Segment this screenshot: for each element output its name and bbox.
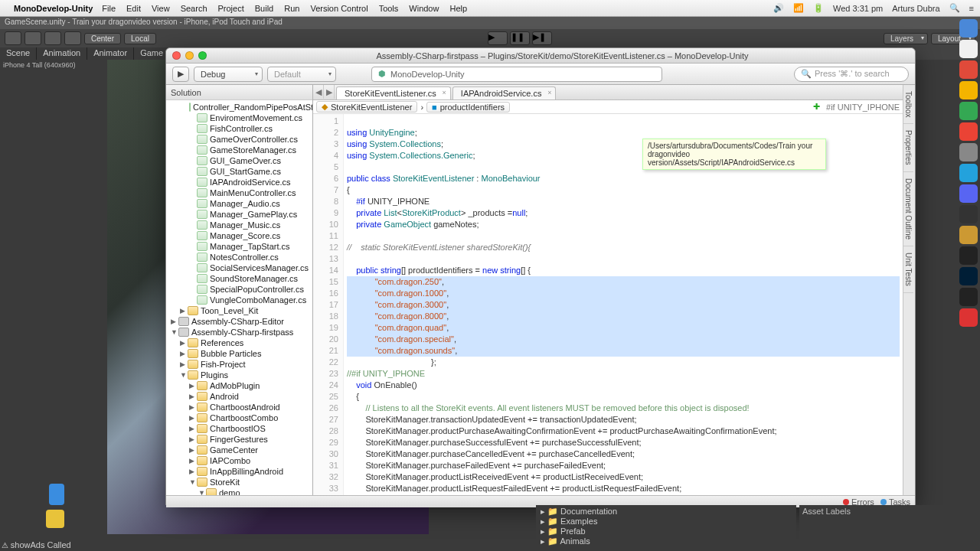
tree-node[interactable]: VungleComboManager.cs: [166, 295, 312, 305]
nav-fwd-icon[interactable]: ▶: [324, 85, 335, 99]
dock-app-icon[interactable]: [959, 164, 978, 182]
notification-icon[interactable]: ≡: [969, 4, 974, 13]
tree-node[interactable]: ▼Assembly-CSharp-firstpass: [166, 327, 312, 337]
pad-properties[interactable]: Properties: [903, 124, 913, 172]
tree-node[interactable]: Controller_RandomPipePosAtStart.cs: [166, 102, 312, 112]
move-tool-icon[interactable]: [24, 31, 41, 45]
tree-node[interactable]: ▼Plugins: [166, 370, 312, 380]
tree-node[interactable]: ▶IAPCombo: [166, 455, 312, 466]
zoom-icon[interactable]: [198, 51, 207, 60]
menu-window[interactable]: Window: [409, 4, 439, 13]
tree-node[interactable]: ▼demo: [166, 487, 312, 495]
tree-node[interactable]: SpecialPopuController.cs: [166, 284, 312, 295]
tree-node[interactable]: GameStoreManager.cs: [166, 145, 312, 155]
dock-app-icon[interactable]: [959, 308, 978, 327]
pause-icon[interactable]: ❚❚: [510, 31, 530, 45]
tree-node[interactable]: GameOverController.cs: [166, 134, 312, 145]
dock-app-icon[interactable]: [959, 184, 978, 203]
tree-node[interactable]: Manager_TapStart.cs: [166, 241, 312, 252]
space-toggle[interactable]: Local: [124, 33, 156, 44]
menu-search[interactable]: Search: [181, 4, 207, 13]
tree-node[interactable]: ▶Bubble Particles: [166, 348, 312, 359]
menu-tools[interactable]: Tools: [379, 4, 399, 13]
crumb-member[interactable]: ■productIdentifiers: [426, 102, 510, 112]
source[interactable]: using UnityEngine;using System.Collectio…: [344, 114, 903, 495]
run-button[interactable]: ▶: [172, 67, 189, 82]
menu-project[interactable]: Project: [218, 4, 244, 13]
editor-tab[interactable]: IAPAndroidService.cs×: [452, 86, 557, 99]
config-dropdown[interactable]: Debug: [194, 67, 263, 82]
menu-help[interactable]: Help: [449, 4, 467, 13]
tree-node[interactable]: ▶ChartboostIOS: [166, 423, 312, 434]
tree-node[interactable]: ▶AdMobPlugin: [166, 380, 312, 391]
project-row[interactable]: ▸ 📁 Animals: [539, 536, 793, 546]
dock-app-icon[interactable]: [959, 81, 978, 99]
tree-node[interactable]: ▼StoreKit: [166, 477, 312, 487]
pad-toolbox[interactable]: Toolbox: [903, 85, 913, 124]
tree-node[interactable]: ▶Android: [166, 391, 312, 402]
solution-tree[interactable]: Controller_RandomPipePosAtStart.csEnviro…: [166, 100, 312, 495]
tree-node[interactable]: IAPAndroidService.cs: [166, 177, 312, 187]
pivot-toggle[interactable]: Center: [84, 33, 121, 44]
editor-tab[interactable]: StoreKitEventListener.cs×: [336, 86, 451, 99]
clock[interactable]: Wed 3:31 pm: [833, 4, 883, 13]
volume-icon[interactable]: 🔊: [773, 3, 784, 13]
dock-app-icon[interactable]: [959, 122, 978, 141]
tree-node[interactable]: SoundStoreManager.cs: [166, 273, 312, 284]
target-dropdown[interactable]: Default: [267, 67, 336, 82]
dock-app-icon[interactable]: [959, 143, 978, 161]
project-row[interactable]: ▸ 📁 Examples: [539, 517, 793, 527]
dock-app-icon[interactable]: [959, 19, 978, 37]
add-icon[interactable]: ✚: [813, 102, 820, 112]
unity-tab-scene[interactable]: Scene: [0, 47, 37, 60]
tree-node[interactable]: ▶GameCenter: [166, 445, 312, 455]
tree-node[interactable]: ▶References: [166, 337, 312, 348]
project-row[interactable]: ▸ 📁 Prefab: [539, 527, 793, 536]
rotate-tool-icon[interactable]: [44, 31, 61, 45]
tree-node[interactable]: GUI_StartGame.cs: [166, 166, 312, 177]
crumb-class[interactable]: ◆StoreKitEventListener: [316, 101, 417, 112]
minimize-icon[interactable]: [185, 51, 194, 60]
dock-app-icon[interactable]: [959, 288, 978, 306]
tree-node[interactable]: ▶ChartboostCombo: [166, 412, 312, 423]
project-row[interactable]: ▸ 📁 Documentation: [539, 507, 793, 517]
pad-unit-tests[interactable]: Unit Tests: [903, 246, 913, 293]
layers-dropdown[interactable]: Layers: [884, 33, 928, 44]
nav-back-icon[interactable]: ◀: [313, 85, 324, 99]
menu-run[interactable]: Run: [284, 4, 299, 13]
tree-node[interactable]: Manager_GamePlay.cs: [166, 209, 312, 220]
tree-node[interactable]: Manager_Score.cs: [166, 230, 312, 241]
dock-app-icon[interactable]: [959, 226, 978, 244]
menu-versioncontrol[interactable]: Version Control: [310, 4, 368, 13]
tree-node[interactable]: ▶Fish-Project: [166, 359, 312, 370]
user-name[interactable]: Arturs Dubra: [892, 4, 939, 13]
menu-build[interactable]: Build: [255, 4, 273, 13]
hand-tool-icon[interactable]: [5, 31, 21, 45]
spotlight-icon[interactable]: 🔍: [949, 3, 960, 13]
mac-dock[interactable]: [957, 17, 978, 329]
tree-node[interactable]: ▶ChartboostAndroid: [166, 402, 312, 412]
app-name[interactable]: MonoDevelop-Unity: [14, 4, 93, 13]
side-pads[interactable]: ToolboxPropertiesDocument OutlineUnit Te…: [903, 85, 915, 495]
battery-icon[interactable]: 🔋: [813, 3, 824, 13]
play-icon[interactable]: ▶: [488, 31, 508, 45]
pad-document-outline[interactable]: Document Outline: [903, 172, 913, 246]
tree-node[interactable]: Manager_Music.cs: [166, 220, 312, 230]
tree-node[interactable]: ▶Toon_Level_Kit: [166, 305, 312, 316]
tree-node[interactable]: ▶FingerGestures: [166, 434, 312, 445]
close-tab-icon[interactable]: ×: [547, 89, 551, 96]
unity-tab-animation[interactable]: Animation: [37, 47, 87, 60]
step-icon[interactable]: ▶❚: [532, 31, 552, 45]
close-tab-icon[interactable]: ×: [443, 89, 446, 96]
menu-file[interactable]: File: [102, 4, 116, 13]
dock-app-icon[interactable]: [959, 40, 978, 58]
dock-app-icon[interactable]: [959, 246, 978, 265]
tree-node[interactable]: MainMenuController.cs: [166, 187, 312, 198]
tree-node[interactable]: FishController.cs: [166, 123, 312, 134]
dock-app-icon[interactable]: [959, 205, 978, 223]
menu-view[interactable]: View: [152, 4, 170, 13]
tree-node[interactable]: NotesController.cs: [166, 252, 312, 262]
dock-app-icon[interactable]: [959, 60, 978, 79]
code-editor[interactable]: 1234567891011121314151617181920212223242…: [313, 114, 903, 495]
scale-tool-icon[interactable]: [64, 31, 81, 45]
